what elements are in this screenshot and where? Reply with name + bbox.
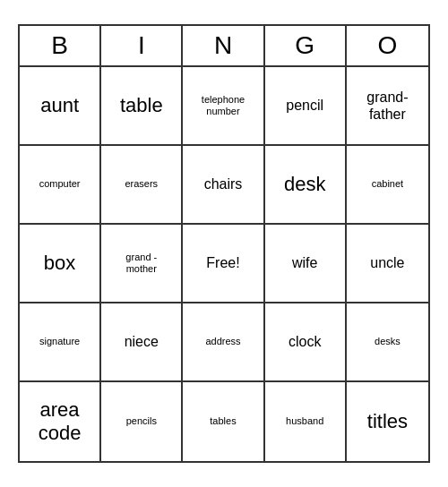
bingo-cell-18: clock <box>265 303 347 382</box>
bingo-cell-0: aunt <box>20 67 101 146</box>
bingo-cell-19: desks <box>347 303 428 382</box>
bingo-cell-2: telephone number <box>183 67 264 146</box>
bingo-cell-5: computer <box>20 146 101 225</box>
bingo-cell-9: cabinet <box>347 146 428 225</box>
bingo-board: BINGO aunttabletelephone numberpencilgra… <box>18 24 430 463</box>
bingo-cell-20: area code <box>20 382 101 461</box>
bingo-cell-10: box <box>20 225 101 303</box>
header-letter-i: I <box>101 26 183 65</box>
bingo-cell-14: uncle <box>347 225 428 303</box>
bingo-cell-21: pencils <box>101 382 183 461</box>
bingo-cell-22: tables <box>183 382 264 461</box>
header-letter-o: O <box>347 26 428 65</box>
bingo-grid: aunttabletelephone numberpencilgrand-fat… <box>20 67 428 461</box>
bingo-cell-24: titles <box>347 382 428 461</box>
bingo-cell-23: husband <box>265 382 347 461</box>
bingo-cell-6: erasers <box>101 146 183 225</box>
bingo-cell-17: address <box>183 303 264 382</box>
header-letter-g: G <box>265 26 347 65</box>
bingo-cell-7: chairs <box>183 146 264 225</box>
bingo-cell-16: niece <box>101 303 183 382</box>
bingo-cell-4: grand-father <box>347 67 428 146</box>
bingo-cell-8: desk <box>265 146 347 225</box>
bingo-cell-11: grand -mother <box>101 225 183 303</box>
bingo-cell-3: pencil <box>265 67 347 146</box>
bingo-cell-1: table <box>101 67 183 146</box>
header-letter-n: N <box>183 26 264 65</box>
bingo-cell-13: wife <box>265 225 347 303</box>
bingo-cell-12: Free! <box>183 225 264 303</box>
header-letter-b: B <box>20 26 101 65</box>
bingo-cell-15: signature <box>20 303 101 382</box>
bingo-header: BINGO <box>20 26 428 67</box>
